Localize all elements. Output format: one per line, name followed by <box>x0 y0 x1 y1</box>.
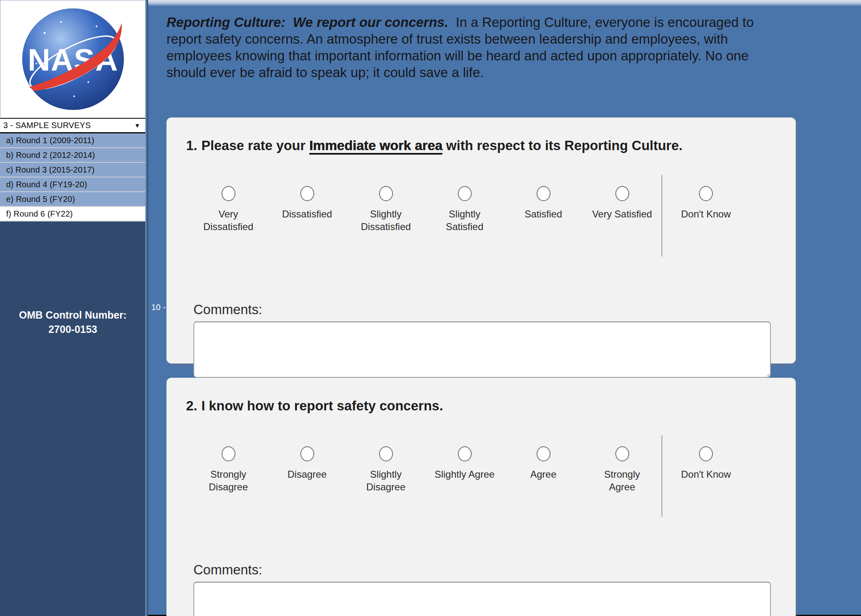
rating-option-dont-know[interactable]: Don't Know <box>662 446 750 481</box>
omb-control-number-value: 2700-0153 <box>0 322 146 337</box>
radio-button[interactable] <box>537 186 550 201</box>
question-1-emphasis: Immediate work area <box>309 138 443 155</box>
sidebar: NASA 1 - TAKE THE SURVEY 2 - SURVEY INFO… <box>0 0 148 616</box>
chevron-down-icon: ▼ <box>134 122 140 129</box>
sidebar-item-round-1[interactable]: a) Round 1 (2009-2011) <box>0 133 146 148</box>
sidebar-item-round-3[interactable]: c) Round 3 (2015-2017) <box>0 163 146 177</box>
question-1-number: 1. <box>186 138 197 153</box>
sidebar-menu: 1 - TAKE THE SURVEY 2 - SURVEY INFORMATI… <box>0 119 146 222</box>
sidebar-footer: OMB Control Number: 2700-0153 <box>0 222 146 337</box>
rating-option-dont-know[interactable]: Don't Know <box>662 186 750 220</box>
radio-button[interactable] <box>222 446 235 461</box>
sidebar-item-sample-surveys[interactable]: 3 - SAMPLE SURVEYS▼ <box>0 119 146 133</box>
radio-button[interactable] <box>537 446 550 461</box>
question-2-rating-scale: Strongly Disagree Disagree Slightly Disa… <box>189 446 796 528</box>
question-2-title: 2.I know how to report safety concerns. <box>166 378 796 414</box>
rating-option[interactable]: Slightly Dissatisfied <box>346 186 425 233</box>
rating-option[interactable]: Very Dissatisfied <box>189 186 268 233</box>
omb-control-number-label: OMB Control Number: <box>0 308 146 322</box>
comments-label: Comments: <box>193 562 796 578</box>
radio-button[interactable] <box>458 446 472 461</box>
radio-button[interactable] <box>699 186 713 201</box>
radio-button[interactable] <box>379 446 393 461</box>
scale-divider <box>661 435 662 517</box>
comments-textarea-1[interactable] <box>193 321 771 378</box>
radio-button[interactable] <box>300 446 314 461</box>
radio-button[interactable] <box>458 186 472 201</box>
question-1-title: 1.Please rate your Immediate work area w… <box>166 117 796 153</box>
question-card-1: 1.Please rate your Immediate work area w… <box>166 117 796 363</box>
main-content: Reporting Culture: We report our concern… <box>148 0 861 616</box>
nasa-logo-panel: NASA <box>0 0 146 119</box>
rating-option[interactable]: Satisfied <box>504 186 583 220</box>
question-1-rating-scale: Very Dissatisfied Dissatisfied Slightly … <box>189 186 796 268</box>
radio-button[interactable] <box>615 186 629 201</box>
rating-option[interactable]: Strongly Disagree <box>189 446 268 493</box>
radio-button[interactable] <box>379 186 393 201</box>
rating-option[interactable]: Strongly Agree <box>583 446 661 493</box>
rating-option[interactable]: Slightly Satisfied <box>425 186 504 233</box>
rating-option[interactable]: Dissatisfied <box>268 186 346 220</box>
comments-label: Comments: <box>193 302 796 317</box>
question-2-number: 2. <box>186 398 197 413</box>
radio-button[interactable] <box>699 446 713 461</box>
radio-button[interactable] <box>300 186 314 201</box>
sidebar-item-round-2[interactable]: b) Round 2 (2012-2014) <box>0 148 146 163</box>
radio-button[interactable] <box>615 446 629 461</box>
sidebar-item-round-5[interactable]: e) Round 5 (FY20) <box>0 192 146 207</box>
rating-option[interactable]: Disagree <box>268 446 346 481</box>
intro-paragraph: Reporting Culture: We report our concern… <box>166 14 762 81</box>
question-1-comments: Comments: <box>193 302 796 378</box>
sidebar-item-round-6-active[interactable]: f) Round 6 (FY22) <box>0 207 146 222</box>
question-card-2: 2.I know how to report safety concerns. … <box>166 378 796 616</box>
radio-button[interactable] <box>222 186 235 201</box>
scale-divider <box>661 175 662 257</box>
sidebar-item-round-4[interactable]: d) Round 4 (FY19-20) <box>0 177 146 192</box>
comments-textarea-2[interactable] <box>193 582 771 616</box>
rating-option[interactable]: Slightly Agree <box>425 446 504 481</box>
rating-option[interactable]: Very Satisfied <box>583 186 661 220</box>
rating-option[interactable]: Agree <box>504 446 583 481</box>
nasa-logo: NASA <box>18 4 128 114</box>
rating-option[interactable]: Slightly Disagree <box>346 446 425 493</box>
sidebar-edge <box>145 0 148 616</box>
question-2-comments: Comments: <box>193 562 796 616</box>
intro-lead: Reporting Culture: We report our concern… <box>166 15 448 30</box>
